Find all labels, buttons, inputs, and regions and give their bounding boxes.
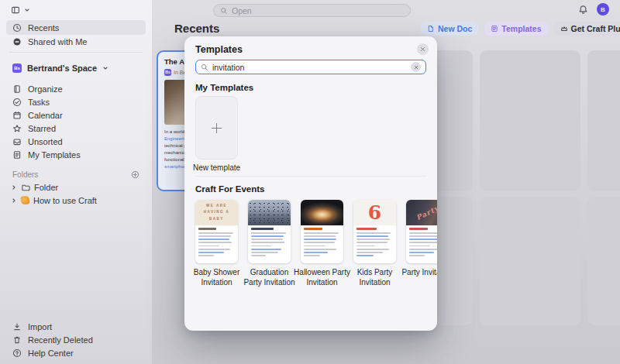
sidebar-item-unsorted[interactable]: Unsorted bbox=[6, 135, 146, 148]
search-icon bbox=[220, 7, 228, 15]
quick-open-input[interactable] bbox=[232, 6, 404, 15]
import-icon bbox=[12, 322, 22, 331]
folder-icon bbox=[21, 183, 30, 192]
folder-label: Folder bbox=[34, 183, 58, 192]
template-search-field[interactable] bbox=[195, 60, 426, 74]
get-craft-plus-label: Get Craft Plus bbox=[571, 24, 620, 33]
new-doc-button[interactable]: New Doc bbox=[421, 22, 478, 36]
folders-header: Folders bbox=[12, 170, 140, 179]
check-circle-icon bbox=[12, 98, 22, 107]
template-search-input[interactable] bbox=[212, 63, 407, 72]
events-heading: Craft For Events bbox=[195, 184, 264, 194]
templates-label: Templates bbox=[501, 24, 541, 33]
my-templates-heading: My Templates bbox=[195, 83, 253, 92]
plus-icon bbox=[212, 123, 222, 133]
template-icon bbox=[12, 150, 22, 160]
sidebar-item-label: Tasks bbox=[28, 98, 50, 107]
template-thumbnail: Party bbox=[406, 200, 437, 225]
sidebar-item-label: Organize bbox=[28, 84, 63, 94]
template-thumbnail: WE ARE HAVING A BABY bbox=[195, 200, 238, 225]
chevron-down-icon bbox=[102, 65, 108, 71]
new-template-label: New template bbox=[188, 163, 245, 173]
new-doc-label: New Doc bbox=[438, 24, 472, 33]
new-template-button[interactable] bbox=[195, 96, 238, 160]
clock-icon bbox=[12, 23, 22, 33]
chevron-right-icon[interactable] bbox=[11, 197, 17, 204]
get-craft-plus-button[interactable]: Get Craft Plus bbox=[554, 22, 620, 36]
template-thumbnail bbox=[248, 200, 291, 225]
help-icon bbox=[12, 349, 22, 358]
sidebar-item-label: Recently Deleted bbox=[28, 335, 93, 345]
chevron-right-icon[interactable] bbox=[11, 184, 17, 191]
sidebar-folder-row[interactable]: Folder bbox=[6, 180, 146, 194]
sidebar-item-label: Starred bbox=[28, 124, 56, 133]
sidebar-item-recents[interactable]: Recents bbox=[6, 20, 146, 35]
book-icon bbox=[12, 84, 22, 94]
sidebar-toggle-icon[interactable] bbox=[11, 5, 20, 15]
sidebar-item-calendar[interactable]: Calendar bbox=[6, 108, 146, 122]
templates-icon bbox=[491, 25, 498, 33]
sidebar-folder-row[interactable]: How to use Craft bbox=[6, 194, 146, 207]
divider bbox=[195, 176, 426, 177]
document-card-placeholder bbox=[587, 197, 620, 325]
document-card-placeholder bbox=[480, 50, 580, 191]
search-icon bbox=[201, 64, 208, 71]
avatar[interactable]: B bbox=[597, 3, 609, 15]
clear-search-icon[interactable] bbox=[411, 62, 421, 72]
template-thumbnail bbox=[301, 200, 343, 225]
sidebar-item-starred[interactable]: Starred bbox=[6, 122, 146, 135]
sidebar-item-label: Shared with Me bbox=[28, 37, 87, 46]
sidebar-item-organize[interactable]: Organize bbox=[6, 82, 146, 95]
template-name: Kids Party Invitation bbox=[346, 267, 403, 287]
sidebar: Recents Shared with Me Bs Bertrand's Spa… bbox=[0, 0, 152, 364]
add-folder-icon[interactable] bbox=[131, 170, 140, 179]
sidebar-item-label: Recents bbox=[28, 23, 59, 33]
template-card-kids-party[interactable]: 6 bbox=[353, 200, 396, 263]
templates-modal: Templates My Templates New template Craf… bbox=[184, 36, 437, 331]
sidebar-item-label: Help Center bbox=[28, 349, 74, 358]
sidebar-item-tasks[interactable]: Tasks bbox=[6, 95, 146, 108]
template-name: Halloween Party Invitation bbox=[294, 267, 350, 287]
space-badge: Bs bbox=[164, 69, 171, 76]
calendar-icon bbox=[12, 111, 22, 120]
toolbar: New Doc Templates Get Craft Plus bbox=[421, 22, 620, 36]
folder-label: How to use Craft bbox=[33, 196, 97, 205]
bell-icon[interactable] bbox=[578, 5, 588, 15]
sidebar-item-import[interactable]: Import bbox=[6, 320, 146, 333]
sidebar-item-help-center[interactable]: Help Center bbox=[6, 346, 146, 359]
template-card-party-invitation[interactable]: Party bbox=[406, 200, 437, 263]
trash-icon bbox=[12, 335, 22, 345]
chevron-down-icon[interactable] bbox=[24, 7, 30, 13]
space-name: Bertrand's Space bbox=[27, 64, 97, 73]
sidebar-item-my-templates[interactable]: My Templates bbox=[6, 148, 146, 161]
template-name: Party Invitation bbox=[399, 267, 437, 277]
new-doc-icon bbox=[427, 25, 435, 33]
template-card-graduation-party[interactable] bbox=[248, 200, 291, 263]
folders-header-label: Folders bbox=[12, 170, 38, 179]
page-title: Recents bbox=[174, 22, 219, 35]
sidebar-item-label: Calendar bbox=[28, 111, 63, 120]
modal-title: Templates bbox=[195, 44, 243, 55]
star-icon bbox=[12, 124, 22, 133]
templates-button[interactable]: Templates bbox=[484, 22, 547, 36]
close-icon[interactable] bbox=[417, 43, 429, 55]
template-thumbnail: 6 bbox=[353, 200, 396, 225]
quick-open-search[interactable] bbox=[213, 4, 411, 17]
shared-icon bbox=[12, 37, 22, 46]
crown-icon bbox=[560, 25, 568, 33]
wave-icon bbox=[20, 195, 29, 204]
sidebar-item-label: Unsorted bbox=[28, 137, 63, 146]
divider bbox=[9, 52, 143, 53]
app-window: Recents Shared with Me Bs Bertrand's Spa… bbox=[0, 0, 620, 364]
space-badge: Bs bbox=[12, 64, 22, 73]
template-card-baby-shower[interactable]: WE ARE HAVING A BABY bbox=[195, 200, 238, 263]
template-name: Baby Shower Invitation bbox=[188, 267, 245, 287]
sidebar-item-label: Import bbox=[28, 322, 52, 331]
document-card-placeholder bbox=[587, 50, 620, 191]
document-card-placeholder bbox=[480, 197, 580, 325]
space-switcher[interactable]: Bs Bertrand's Space bbox=[6, 60, 146, 75]
sidebar-item-shared-with-me[interactable]: Shared with Me bbox=[6, 35, 146, 48]
template-card-halloween-party[interactable] bbox=[301, 200, 343, 263]
tray-icon bbox=[12, 137, 22, 146]
sidebar-item-recently-deleted[interactable]: Recently Deleted bbox=[6, 333, 146, 346]
